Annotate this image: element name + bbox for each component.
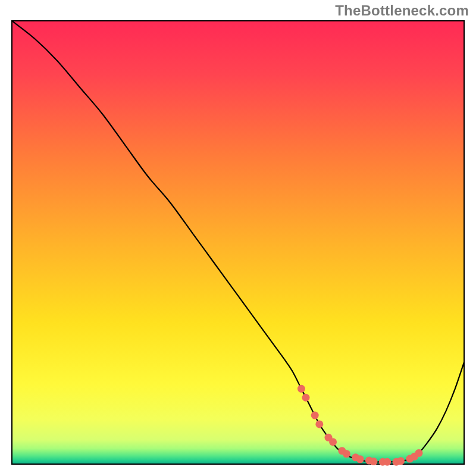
highlight-dot (302, 394, 310, 402)
watermark-text: TheBottleneck.com (335, 2, 469, 19)
highlight-dot (311, 412, 319, 419)
highlight-dot (329, 438, 337, 446)
bottleneck-chart (0, 0, 476, 476)
chart-stage: TheBottleneck.com (0, 0, 476, 476)
highlight-dot (370, 458, 378, 465)
highlight-dot (343, 450, 350, 458)
highlight-dot (415, 449, 423, 457)
highlight-dot (383, 458, 391, 466)
highlight-dot (397, 457, 405, 465)
highlight-dot (298, 385, 305, 393)
highlight-dot (356, 455, 364, 463)
highlight-dot (315, 420, 323, 428)
